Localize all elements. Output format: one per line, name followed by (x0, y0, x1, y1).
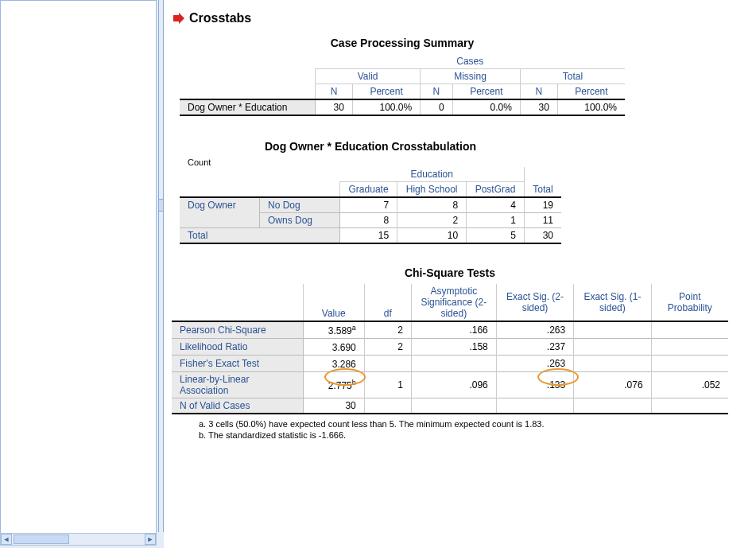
chi-square-title: Chi-Square Tests (172, 266, 728, 279)
cell: .133 (496, 372, 573, 398)
col-percent: Percent (557, 84, 625, 100)
chi-col: Asymptotic Significance (2-sided) (411, 284, 496, 321)
cs-row-label: Dog Owner * Education (180, 99, 316, 115)
case-summary-title: Case Processing Summary (180, 37, 625, 49)
cell (574, 356, 651, 372)
crosstab-row-label: No Dog (260, 197, 340, 213)
cell: .237 (496, 339, 573, 356)
cell (574, 339, 651, 356)
cell (651, 321, 728, 339)
cell: 2 (364, 339, 411, 356)
crosstab-row-super: Dog Owner (180, 197, 260, 228)
crosstab-table: Education Total Graduate High School Pos… (180, 167, 561, 244)
cell: .158 (411, 339, 496, 356)
cell: .052 (651, 372, 728, 398)
splitter-handle-icon[interactable] (159, 199, 163, 212)
cell: 4 (467, 197, 525, 213)
cell: 3.589a (303, 321, 364, 339)
cell: 5 (467, 228, 525, 244)
crosstab-col: High School (397, 182, 467, 198)
crosstab-row-label: Owns Dog (260, 213, 340, 228)
chi-square-block: Chi-Square Tests Value df Asymptotic Sig… (172, 266, 728, 440)
app-root: ◄ ► Crosstabs Case Processing Summary (0, 0, 756, 548)
cell: 2 (397, 213, 467, 228)
cell: 30 (303, 398, 364, 414)
cs-missing-n: 0 (421, 99, 453, 115)
col-group-valid: Valid (316, 69, 421, 84)
case-summary-block: Case Processing Summary Cases Valid Miss… (180, 37, 625, 116)
cs-missing-pct: 0.0% (452, 99, 520, 115)
fisher-ex2-cell: .263 (496, 356, 573, 372)
chi-row-label: N of Valid Cases (172, 398, 303, 414)
cell: .076 (574, 372, 651, 398)
svg-marker-0 (173, 13, 184, 24)
chi-col: df (364, 284, 411, 321)
cell (574, 398, 651, 414)
cs-valid-n: 30 (316, 99, 353, 115)
cases-super-header: Cases (316, 54, 626, 69)
col-percent: Percent (452, 84, 520, 100)
col-n: N (520, 84, 557, 100)
output-viewer[interactable]: Crosstabs Case Processing Summary Cases … (164, 0, 756, 548)
crosstab-title: Dog Owner * Education Crosstabulation (180, 140, 561, 153)
chi-row-label: Likelihood Ratio (172, 339, 303, 356)
crosstab-col: Graduate (340, 182, 397, 198)
chi-row-label: Fisher's Exact Test (172, 356, 303, 372)
chi-col: Value (303, 284, 364, 321)
output-content: Crosstabs Case Processing Summary Cases … (164, 0, 756, 456)
cs-total-pct: 100.0% (557, 99, 625, 115)
cell (651, 356, 728, 372)
section-title: Crosstabs (189, 11, 251, 25)
section-header: Crosstabs (172, 11, 740, 25)
cell (411, 356, 496, 372)
crosstab-col: PostGrad (467, 182, 525, 198)
cell: 30 (524, 228, 561, 244)
cell (364, 398, 411, 414)
cell (651, 398, 728, 414)
crosstab-block: Dog Owner * Education Crosstabulation Co… (180, 140, 561, 244)
fisher-value-cell: 3.286 (303, 356, 364, 372)
cell: 2 (364, 321, 411, 339)
chi-row-label: Linear-by-Linear Association (172, 372, 303, 398)
pane-splitter[interactable] (158, 0, 164, 532)
outline-scrollbar[interactable]: ◄ ► (0, 533, 157, 546)
cell: 1 (364, 372, 411, 398)
cell (496, 398, 573, 414)
crosstab-total-col: Total (524, 167, 561, 197)
cell: .166 (411, 321, 496, 339)
scroll-left-arrow-icon[interactable]: ◄ (1, 534, 12, 545)
cell: 1 (467, 213, 525, 228)
col-group-total: Total (520, 69, 625, 84)
cell: 10 (397, 228, 467, 244)
col-group-missing: Missing (421, 69, 521, 84)
col-n: N (316, 84, 353, 100)
cell (411, 398, 496, 414)
section-arrow-icon (172, 13, 184, 24)
outline-pane[interactable] (0, 0, 157, 534)
cell: 7 (340, 197, 397, 213)
cell: 15 (340, 228, 397, 244)
chi-square-table: Value df Asymptotic Significance (2-side… (172, 284, 728, 414)
footnote-b: b. The standardized statistic is -1.666. (199, 430, 728, 440)
crosstab-total-row-label: Total (180, 228, 340, 244)
cell: .096 (411, 372, 496, 398)
chi-col: Exact Sig. (1-sided) (574, 284, 651, 321)
col-percent: Percent (352, 84, 420, 100)
cell: 8 (397, 197, 467, 213)
crosstab-count-label: Count (188, 157, 561, 167)
cell: 8 (340, 213, 397, 228)
cell (651, 339, 728, 356)
chi-row-label: Pearson Chi-Square (172, 321, 303, 339)
scroll-thumb[interactable] (14, 534, 69, 544)
cell: 3.690 (303, 339, 364, 356)
scroll-right-arrow-icon[interactable]: ► (145, 534, 156, 545)
scroll-track[interactable] (12, 534, 145, 545)
footnote-a: a. 3 cells (50.0%) have expected count l… (199, 419, 728, 429)
cs-valid-pct: 100.0% (352, 99, 420, 115)
case-summary-table: Cases Valid Missing Total N Percent N Pe… (180, 54, 625, 116)
cell (574, 321, 651, 339)
cell: 2.775b (303, 372, 364, 398)
chi-col: Exact Sig. (2-sided) (496, 284, 573, 321)
cell: 11 (524, 213, 561, 228)
cell: 19 (524, 197, 561, 213)
